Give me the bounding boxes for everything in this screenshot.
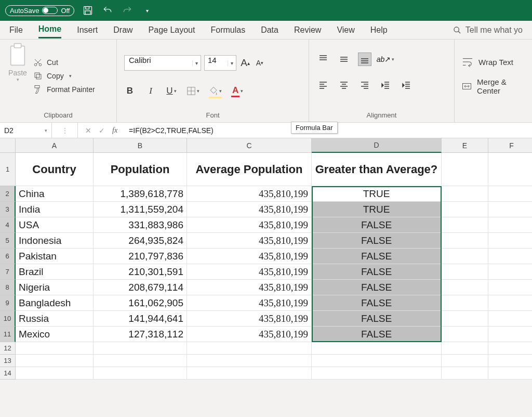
cell[interactable]: Pakistan [16,249,94,264]
row-header[interactable]: 5 [0,233,16,249]
row-header[interactable]: 11 [0,327,16,342]
cell[interactable]: FALSE [312,217,442,233]
cell[interactable] [16,367,94,380]
cell[interactable] [442,202,488,217]
cell[interactable]: FALSE [312,280,442,295]
italic-button[interactable]: I [145,85,156,97]
cell-A1[interactable]: Country [16,153,94,186]
redo-icon[interactable] [121,4,134,17]
cell[interactable]: FALSE [312,233,442,249]
underline-button[interactable]: U▾ [166,85,177,97]
cell[interactable] [488,264,532,280]
cell[interactable] [187,367,312,380]
cell[interactable]: FALSE [312,295,442,311]
tab-review[interactable]: Review [294,22,321,38]
cell-E1[interactable] [442,153,488,186]
cell[interactable]: Nigeria [16,280,94,295]
paste-button[interactable]: Paste ▾ [7,43,28,109]
cell[interactable]: 210,301,591 [94,264,187,280]
row-header[interactable]: 8 [0,280,16,295]
orientation-button[interactable]: ab↗▾ [379,53,392,66]
cell[interactable]: 435,810,199 [187,186,312,202]
cell[interactable]: FALSE [312,264,442,280]
cell[interactable] [488,327,532,342]
cell[interactable]: 264,935,824 [94,233,187,249]
wrap-text-button[interactable]: Wrap Text [462,57,525,67]
cell[interactable]: India [16,202,94,217]
cell[interactable]: TRUE [312,186,442,202]
cell[interactable]: 1,311,559,204 [94,202,187,217]
cell[interactable]: China [16,186,94,202]
cell[interactable]: 331,883,986 [94,217,187,233]
cell[interactable] [312,355,442,367]
align-center-button[interactable] [337,79,351,92]
font-name-combo[interactable]: Calibri ▾ [124,55,201,71]
cell[interactable] [442,249,488,264]
increase-indent-button[interactable] [400,79,413,92]
row-header[interactable]: 6 [0,249,16,264]
tab-page-layout[interactable]: Page Layout [149,22,195,38]
autosave-toggle[interactable]: AutoSave Off [5,5,74,16]
cell[interactable] [488,311,532,327]
cell-C1[interactable]: Average Population [187,153,312,186]
cell[interactable]: FALSE [312,311,442,327]
cancel-icon[interactable]: ✕ [85,126,91,135]
cell[interactable] [488,355,532,367]
col-header-A[interactable]: A [16,138,94,153]
cell[interactable] [442,264,488,280]
cell[interactable]: Indonesia [16,233,94,249]
bold-button[interactable]: B [124,85,136,97]
cell[interactable] [488,280,532,295]
cell[interactable]: 435,810,199 [187,233,312,249]
cell[interactable] [442,233,488,249]
cell[interactable]: 435,810,199 [187,280,312,295]
cell[interactable] [16,342,94,355]
col-header-C[interactable]: C [187,138,312,153]
cell[interactable]: FALSE [312,327,442,342]
tab-view[interactable]: View [337,22,354,38]
cell[interactable]: TRUE [312,202,442,217]
row-header[interactable]: 12 [0,342,16,355]
cell[interactable] [16,355,94,367]
cell[interactable] [442,217,488,233]
cell[interactable]: Brazil [16,264,94,280]
undo-icon[interactable] [101,4,114,17]
fill-color-button[interactable]: ▾ [209,85,222,97]
tab-data[interactable]: Data [261,22,278,38]
row-header[interactable]: 7 [0,264,16,280]
chevron-down-icon[interactable]: ▾ [192,60,201,66]
name-box[interactable]: D2 ▾ [0,123,52,138]
align-middle-button[interactable] [337,53,351,66]
cell[interactable]: 127,318,112 [94,327,187,342]
customize-qat-icon[interactable]: ▾ [141,4,153,17]
cell-F1[interactable] [488,153,532,186]
cell[interactable] [442,342,488,355]
formula-input[interactable]: =IF(B2>C2,TRUE,FALSE) [125,126,218,135]
cell[interactable] [94,355,187,367]
tab-home[interactable]: Home [38,21,61,38]
cell[interactable] [488,217,532,233]
cell[interactable]: 435,810,199 [187,311,312,327]
cell[interactable] [488,202,532,217]
cell-D1[interactable]: Greater than Average? [312,153,442,186]
cell[interactable] [442,327,488,342]
save-icon[interactable] [82,4,94,17]
row-header[interactable]: 9 [0,295,16,311]
select-all-corner[interactable] [0,138,16,153]
cell[interactable] [442,355,488,367]
cell-B1[interactable]: Population [94,153,187,186]
cell[interactable] [488,186,532,202]
cell[interactable] [187,342,312,355]
cell[interactable]: 435,810,199 [187,264,312,280]
merge-center-button[interactable]: Merge & Center [462,77,525,95]
align-left-button[interactable] [316,79,330,92]
cell[interactable] [187,355,312,367]
align-bottom-button[interactable] [358,53,371,66]
tell-me-search[interactable]: Tell me what yo [453,25,523,35]
cell[interactable]: 435,810,199 [187,202,312,217]
tab-help[interactable]: Help [370,22,388,38]
decrease-font-button[interactable]: A▾ [254,57,265,69]
tab-draw[interactable]: Draw [113,22,132,38]
cell[interactable]: Mexico [16,327,94,342]
row-header[interactable]: 10 [0,311,16,327]
